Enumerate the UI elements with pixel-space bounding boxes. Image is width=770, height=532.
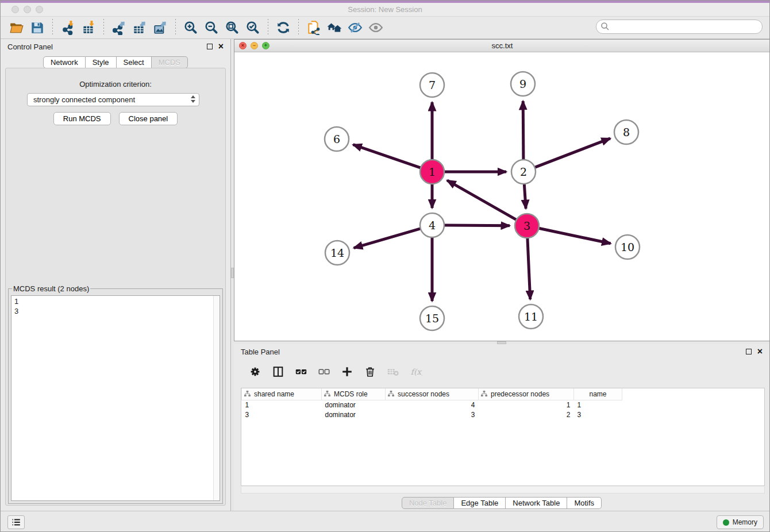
network-window-titlebar[interactable]: × − + scc.txt — [234, 40, 770, 52]
zoom-in-button[interactable] — [180, 18, 201, 37]
tab-edge-table[interactable]: Edge Table — [454, 497, 506, 509]
table-cell[interactable]: 3 — [242, 410, 322, 419]
tab-node-table[interactable]: Node Table — [402, 497, 455, 509]
graph-node-label: 11 — [524, 310, 538, 323]
delete-column-button[interactable] — [363, 364, 378, 379]
control-panel-header: Control Panel × — [1, 39, 230, 54]
column-header-successor-nodes[interactable]: successor nodes — [386, 388, 479, 400]
deselect-all-checkboxes-button[interactable] — [317, 364, 332, 379]
column-header-shared-name[interactable]: shared name — [242, 388, 322, 400]
table-tabs: Node TableEdge TableNetwork TableMotifs — [234, 497, 769, 509]
shared-column-icon — [324, 391, 330, 397]
save-session-button[interactable] — [27, 18, 48, 37]
memory-button[interactable]: Memory — [717, 515, 764, 529]
export-image-button[interactable] — [150, 18, 171, 37]
table-cell[interactable]: 3 — [386, 410, 479, 419]
close-panel-button[interactable]: Close panel — [119, 112, 178, 125]
run-mcds-button[interactable]: Run MCDS — [53, 112, 111, 125]
duplicate-network-button[interactable] — [303, 18, 324, 37]
optimization-criterion-label: Optimization criterion: — [6, 80, 225, 88]
tab-motifs[interactable]: Motifs — [567, 497, 602, 509]
import-network-button[interactable] — [57, 18, 78, 37]
close-panel-icon[interactable]: × — [218, 44, 224, 49]
graph-edge-3-10[interactable] — [539, 228, 611, 244]
export-table-button[interactable] — [129, 18, 150, 37]
graph-edge-4-14[interactable] — [354, 229, 421, 248]
export-network-button[interactable] — [109, 18, 129, 37]
table-cell[interactable]: 1 — [574, 400, 622, 410]
graph-edge-2-3[interactable] — [524, 184, 526, 209]
graph-node-1[interactable]: 1 — [420, 160, 444, 184]
graph-node-label: 3 — [523, 219, 530, 232]
column-header-name[interactable]: name — [574, 388, 622, 400]
graph-edge-1-6[interactable] — [353, 145, 421, 168]
shared-column-icon — [388, 391, 394, 397]
mcds-result-title: MCDS result (2 nodes) — [12, 284, 90, 293]
hide-details-button[interactable] — [345, 18, 365, 37]
toolbar-separator — [103, 19, 104, 36]
float-panel-icon[interactable] — [207, 44, 213, 49]
table-cell[interactable]: dominator — [322, 400, 386, 410]
table-toolbar: f(x) — [234, 359, 769, 384]
table-row[interactable]: 3dominator323 — [242, 410, 622, 419]
settings-gear-button[interactable] — [248, 364, 263, 379]
zoom-selected-button[interactable] — [242, 18, 263, 37]
import-table-button[interactable] — [78, 18, 99, 37]
table-cell[interactable]: dominator — [322, 410, 386, 419]
graph-edge-3-11[interactable] — [528, 238, 530, 299]
result-scrollbar[interactable] — [213, 296, 220, 500]
toolbar-separator — [175, 19, 176, 36]
graph-node-10[interactable]: 10 — [615, 235, 640, 259]
svg-text:f(x): f(x) — [411, 367, 422, 376]
graph-node-15[interactable]: 15 — [420, 306, 444, 330]
columns-button[interactable] — [271, 364, 286, 379]
graph-node-label: 4 — [429, 219, 436, 232]
table-cell[interactable]: 1 — [479, 400, 574, 410]
graph-node-7[interactable]: 7 — [420, 73, 444, 97]
search-input[interactable] — [596, 20, 763, 34]
column-header-predecessor-nodes[interactable]: predecessor nodes — [479, 388, 574, 400]
table-cell[interactable]: 4 — [386, 400, 479, 410]
open-file-button[interactable] — [6, 18, 27, 37]
graph-node-6[interactable]: 6 — [325, 127, 349, 151]
graph-edge-4-3[interactable] — [444, 225, 510, 226]
graph-edge-2-8[interactable] — [535, 138, 610, 168]
table-horizontal-scrollbar[interactable] — [241, 487, 765, 494]
table-cell[interactable]: 3 — [574, 410, 622, 419]
graph-node-3[interactable]: 3 — [515, 214, 539, 238]
graph-edge-3-1[interactable] — [447, 180, 517, 220]
mcds-result-fieldset: MCDS result (2 nodes) 1 3 — [8, 284, 223, 504]
show-details-button[interactable] — [365, 18, 386, 37]
table-row[interactable]: 1dominator411 — [242, 400, 622, 410]
table-close-panel-icon[interactable]: × — [757, 349, 763, 354]
tab-select[interactable]: Select — [117, 56, 152, 68]
mcds-result-list[interactable]: 1 3 — [11, 295, 220, 501]
control-panel: Control Panel × NetworkStyleSelectMCDS O… — [1, 39, 231, 511]
tab-style[interactable]: Style — [86, 56, 117, 68]
houses-button[interactable] — [324, 18, 345, 37]
graph-node-11[interactable]: 11 — [519, 304, 543, 329]
graph-edge-2-9[interactable] — [523, 101, 523, 160]
zoom-out-button[interactable] — [201, 18, 222, 37]
select-all-checkboxes-button[interactable] — [294, 364, 309, 379]
network-canvas[interactable]: 7 9 6 8 1 2 4 3 14 10 15 11 — [234, 52, 770, 341]
table-float-panel-icon[interactable] — [746, 349, 752, 354]
refresh-button[interactable] — [273, 18, 294, 37]
tab-network-table[interactable]: Network Table — [506, 497, 567, 509]
table-cell[interactable]: 1 — [242, 400, 322, 410]
tab-network[interactable]: Network — [43, 56, 86, 68]
graph-node-4[interactable]: 4 — [420, 213, 444, 237]
tab-mcds[interactable]: MCDS — [152, 56, 188, 68]
table-cell[interactable]: 2 — [479, 410, 574, 419]
task-history-button[interactable] — [7, 515, 25, 529]
graph-node-2[interactable]: 2 — [511, 160, 536, 184]
graph-node-9[interactable]: 9 — [511, 72, 535, 96]
graph-node-8[interactable]: 8 — [614, 120, 638, 144]
zoom-fit-button[interactable] — [222, 18, 242, 37]
table-panel-header: Table Panel × — [234, 344, 769, 359]
criterion-dropdown[interactable]: strongly connected component — [27, 93, 199, 106]
column-header-mcds-role[interactable]: MCDS role — [322, 388, 386, 400]
add-column-button[interactable] — [340, 364, 355, 379]
list-icon — [11, 517, 21, 527]
graph-node-14[interactable]: 14 — [325, 241, 349, 265]
